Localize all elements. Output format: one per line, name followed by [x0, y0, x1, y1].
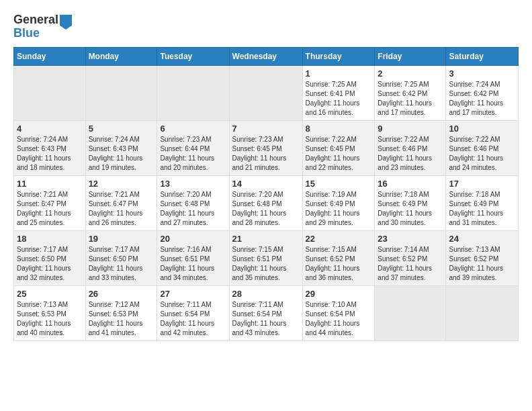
- day-number: 13: [160, 179, 226, 189]
- day-number: 4: [17, 124, 83, 134]
- day-info: Sunrise: 7:18 AMSunset: 6:49 PMDaylight:…: [378, 190, 443, 228]
- col-header-thursday: Thursday: [302, 47, 375, 65]
- day-cell: 19Sunrise: 7:17 AMSunset: 6:50 PMDayligh…: [85, 230, 157, 285]
- day-number: 19: [89, 234, 154, 244]
- day-info: Sunrise: 7:12 AMSunset: 6:53 PMDaylight:…: [89, 300, 154, 338]
- day-info: Sunrise: 7:16 AMSunset: 6:51 PMDaylight:…: [160, 245, 226, 283]
- day-cell: 2Sunrise: 7:25 AMSunset: 6:42 PMDaylight…: [375, 65, 446, 120]
- day-info: Sunrise: 7:22 AMSunset: 6:45 PMDaylight:…: [306, 135, 372, 173]
- day-cell: 11Sunrise: 7:21 AMSunset: 6:47 PMDayligh…: [14, 175, 86, 230]
- week-row-5: 25Sunrise: 7:13 AMSunset: 6:53 PMDayligh…: [14, 285, 519, 340]
- day-cell: 10Sunrise: 7:22 AMSunset: 6:46 PMDayligh…: [446, 120, 519, 175]
- day-number: 18: [17, 234, 83, 244]
- day-info: Sunrise: 7:19 AMSunset: 6:49 PMDaylight:…: [306, 190, 372, 228]
- day-cell: 4Sunrise: 7:24 AMSunset: 6:43 PMDaylight…: [14, 120, 86, 175]
- day-cell: 25Sunrise: 7:13 AMSunset: 6:53 PMDayligh…: [14, 285, 86, 340]
- day-info: Sunrise: 7:20 AMSunset: 6:48 PMDaylight:…: [232, 190, 300, 228]
- day-info: Sunrise: 7:14 AMSunset: 6:52 PMDaylight:…: [378, 245, 443, 283]
- day-cell: 18Sunrise: 7:17 AMSunset: 6:50 PMDayligh…: [14, 230, 86, 285]
- day-cell: 17Sunrise: 7:18 AMSunset: 6:49 PMDayligh…: [446, 175, 519, 230]
- day-info: Sunrise: 7:13 AMSunset: 6:52 PMDaylight:…: [449, 245, 515, 283]
- day-number: 14: [232, 179, 300, 189]
- day-cell: 5Sunrise: 7:24 AMSunset: 6:43 PMDaylight…: [85, 120, 157, 175]
- week-row-4: 18Sunrise: 7:17 AMSunset: 6:50 PMDayligh…: [14, 230, 519, 285]
- calendar-table: SundayMondayTuesdayWednesdayThursdayFrid…: [13, 47, 519, 341]
- day-info: Sunrise: 7:10 AMSunset: 6:54 PMDaylight:…: [306, 300, 372, 338]
- col-header-saturday: Saturday: [446, 47, 519, 65]
- col-header-wednesday: Wednesday: [229, 47, 302, 65]
- day-cell: 1Sunrise: 7:25 AMSunset: 6:41 PMDaylight…: [302, 65, 375, 120]
- day-cell: [229, 65, 302, 120]
- day-number: 28: [232, 289, 300, 299]
- logo-icon: [60, 15, 72, 30]
- day-cell: 28Sunrise: 7:11 AMSunset: 6:54 PMDayligh…: [229, 285, 302, 340]
- day-cell: 16Sunrise: 7:18 AMSunset: 6:49 PMDayligh…: [375, 175, 446, 230]
- day-info: Sunrise: 7:20 AMSunset: 6:48 PMDaylight:…: [160, 190, 226, 228]
- col-header-tuesday: Tuesday: [157, 47, 229, 65]
- day-cell: 20Sunrise: 7:16 AMSunset: 6:51 PMDayligh…: [157, 230, 229, 285]
- logo-blue: Blue: [13, 27, 58, 40]
- day-info: Sunrise: 7:17 AMSunset: 6:50 PMDaylight:…: [89, 245, 154, 283]
- col-header-friday: Friday: [375, 47, 446, 65]
- header-row: SundayMondayTuesdayWednesdayThursdayFrid…: [14, 47, 519, 65]
- day-cell: 12Sunrise: 7:21 AMSunset: 6:47 PMDayligh…: [85, 175, 157, 230]
- day-cell: 24Sunrise: 7:13 AMSunset: 6:52 PMDayligh…: [446, 230, 519, 285]
- day-cell: 9Sunrise: 7:22 AMSunset: 6:46 PMDaylight…: [375, 120, 446, 175]
- day-info: Sunrise: 7:17 AMSunset: 6:50 PMDaylight:…: [17, 245, 83, 283]
- day-number: 11: [17, 179, 83, 189]
- day-number: 25: [17, 289, 83, 299]
- day-number: 24: [449, 234, 515, 244]
- day-number: 3: [449, 68, 515, 79]
- day-number: 9: [378, 124, 443, 134]
- day-info: Sunrise: 7:22 AMSunset: 6:46 PMDaylight:…: [449, 135, 515, 173]
- day-number: 8: [306, 124, 372, 134]
- day-cell: 14Sunrise: 7:20 AMSunset: 6:48 PMDayligh…: [229, 175, 302, 230]
- day-number: 29: [306, 289, 372, 299]
- day-number: 15: [306, 179, 372, 189]
- day-info: Sunrise: 7:13 AMSunset: 6:53 PMDaylight:…: [17, 300, 83, 338]
- day-number: 27: [160, 289, 226, 299]
- day-info: Sunrise: 7:11 AMSunset: 6:54 PMDaylight:…: [232, 300, 300, 338]
- logo: General Blue: [13, 13, 72, 40]
- day-info: Sunrise: 7:24 AMSunset: 6:43 PMDaylight:…: [17, 135, 83, 173]
- day-cell: [85, 65, 157, 120]
- day-cell: 23Sunrise: 7:14 AMSunset: 6:52 PMDayligh…: [375, 230, 446, 285]
- col-header-sunday: Sunday: [14, 47, 86, 65]
- day-number: 5: [89, 124, 154, 134]
- day-number: 12: [89, 179, 154, 189]
- day-info: Sunrise: 7:25 AMSunset: 6:42 PMDaylight:…: [378, 80, 443, 118]
- day-info: Sunrise: 7:15 AMSunset: 6:52 PMDaylight:…: [306, 245, 372, 283]
- day-info: Sunrise: 7:21 AMSunset: 6:47 PMDaylight:…: [17, 190, 83, 228]
- day-number: 17: [449, 179, 515, 189]
- day-number: 1: [306, 68, 372, 79]
- logo-text: General Blue: [13, 13, 58, 40]
- day-number: 16: [378, 179, 443, 189]
- day-number: 10: [449, 124, 515, 134]
- day-info: Sunrise: 7:24 AMSunset: 6:43 PMDaylight:…: [89, 135, 154, 173]
- day-cell: [14, 65, 86, 120]
- day-cell: 7Sunrise: 7:23 AMSunset: 6:45 PMDaylight…: [229, 120, 302, 175]
- day-info: Sunrise: 7:21 AMSunset: 6:47 PMDaylight:…: [89, 190, 154, 228]
- day-number: 22: [306, 234, 372, 244]
- day-info: Sunrise: 7:11 AMSunset: 6:54 PMDaylight:…: [160, 300, 226, 338]
- day-cell: 13Sunrise: 7:20 AMSunset: 6:48 PMDayligh…: [157, 175, 229, 230]
- page-header: General Blue: [13, 13, 519, 40]
- day-number: 6: [160, 124, 226, 134]
- day-info: Sunrise: 7:24 AMSunset: 6:42 PMDaylight:…: [449, 80, 515, 118]
- day-info: Sunrise: 7:23 AMSunset: 6:45 PMDaylight:…: [232, 135, 300, 173]
- day-number: 2: [378, 68, 443, 79]
- week-row-2: 4Sunrise: 7:24 AMSunset: 6:43 PMDaylight…: [14, 120, 519, 175]
- col-header-monday: Monday: [85, 47, 157, 65]
- day-number: 20: [160, 234, 226, 244]
- logo-general: General: [13, 13, 58, 27]
- day-info: Sunrise: 7:25 AMSunset: 6:41 PMDaylight:…: [306, 80, 372, 118]
- day-cell: 6Sunrise: 7:23 AMSunset: 6:44 PMDaylight…: [157, 120, 229, 175]
- day-cell: 21Sunrise: 7:15 AMSunset: 6:51 PMDayligh…: [229, 230, 302, 285]
- day-number: 26: [89, 289, 154, 299]
- day-number: 23: [378, 234, 443, 244]
- day-cell: [157, 65, 229, 120]
- day-cell: 29Sunrise: 7:10 AMSunset: 6:54 PMDayligh…: [302, 285, 375, 340]
- day-cell: 22Sunrise: 7:15 AMSunset: 6:52 PMDayligh…: [302, 230, 375, 285]
- week-row-1: 1Sunrise: 7:25 AMSunset: 6:41 PMDaylight…: [14, 65, 519, 120]
- svg-marker-0: [60, 15, 72, 30]
